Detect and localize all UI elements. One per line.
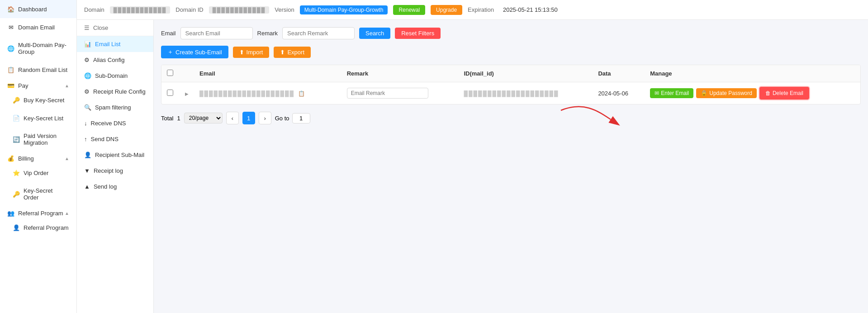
domain-id-label: Domain ID [175,6,203,13]
upload-icon: ⬆ [239,49,244,56]
submenu-item-receipt-rule[interactable]: ⚙ Receipt Rule Config [77,84,153,100]
sidebar-item-key-secret-order[interactable]: 🔑 Key-Secret Order [0,182,76,206]
sidebar-item-label: Billing [18,155,34,162]
submenu-item-label: Send DNS [91,136,119,142]
table-header-checkbox [161,65,180,82]
enter-email-button[interactable]: ✉ Enter Email [650,88,693,98]
version-badge: Multi-Domain Pay-Group-Growth [300,5,388,14]
email-filter-label: Email [161,30,176,37]
export-button[interactable]: ⬆ Export [274,47,311,58]
annotation-arrows [154,20,868,313]
upgrade-button[interactable]: Upgrade [431,5,462,15]
submenu-close[interactable]: ☰ Close [77,20,153,36]
goto-input[interactable] [292,113,310,123]
page-content: Email Remark Search Reset Filters ＋ Crea… [154,20,868,313]
sidebar-item-paid-migration[interactable]: 🔄 Paid Version Migration [0,127,76,152]
sidebar-item-label: Key-Secret List [24,115,63,122]
table-header-email: Email [194,65,342,82]
sidebar-item-label: Paid Version Migration [24,133,69,146]
renewal-button[interactable]: Renewal [393,5,425,15]
submenu-item-label: Sub-Domain [95,72,128,79]
submenu-item-recipient-sub-mail[interactable]: 👤 Recipient Sub-Mail [77,147,153,163]
submenu-item-alias-config[interactable]: ⚙ Alias Config [77,52,153,68]
remark-filter-label: Remark [257,30,278,37]
sidebar-item-label: Vip Order [24,170,48,176]
spam-filtering-icon: 🔍 [84,104,91,111]
alias-config-icon: ⚙ [84,57,90,63]
billing-icon: 💰 [7,155,14,162]
filter-bar: Email Remark Search Reset Filters [161,27,861,39]
email-search-input[interactable] [180,27,253,39]
remark-search-input[interactable] [282,27,355,39]
sidebar-item-dashboard[interactable]: 🏠 Dashboard [0,0,76,18]
page-1-button[interactable]: 1 [242,112,255,124]
search-button[interactable]: Search [359,28,390,39]
submenu-item-receipt-log[interactable]: ▼ Receipt log [77,163,153,179]
submenu-item-send-log[interactable]: ▲ Send log [77,179,153,194]
goto-label-container: Go to [275,113,310,123]
domain-id-value: ████████████ [209,6,270,14]
delete-email-button[interactable]: 🗑 Delete Email [759,87,809,100]
id-value: ████████████████████ [464,90,559,97]
submenu-item-label: Receipt Rule Config [93,88,146,95]
submenu-item-spam-filtering[interactable]: 🔍 Spam filtering [77,100,153,115]
version-label: Version [275,6,294,13]
row-email-cell: ████████████████████ 📋 [194,82,342,104]
row-expand-cell: ▶ [180,82,194,104]
reset-filters-button[interactable]: Reset Filters [395,28,441,39]
expiration-value: 2025-05-21 15:13:50 [499,5,561,14]
pay-chevron-icon: ▲ [65,83,69,88]
sidebar-item-domain-email[interactable]: ✉ Domain Email [0,18,76,36]
expiration-label: Expiration [468,6,494,13]
create-sub-email-button[interactable]: ＋ Create Sub-Email [161,46,228,58]
sidebar-item-label: Key-Secret Order [24,187,69,201]
submenu-item-email-list[interactable]: 📊 Email List [77,36,153,52]
sidebar-item-label: Referral Program [18,210,63,217]
key-secret-list-icon: 📄 [13,114,20,122]
billing-chevron-icon: ▲ [65,156,69,161]
sidebar-item-referral-program2[interactable]: 👤 Referral Program [0,218,76,237]
sidebar-item-multi-domain[interactable]: 🌐 Multi-Domain Pay-Group [0,36,76,61]
submenu-item-receive-dns[interactable]: ↓ Receive DNS [77,115,153,131]
sidebar-item-label: Dashboard [18,6,47,13]
sidebar-section-referral[interactable]: 👥 Referral Program ▲ [0,206,76,218]
sidebar-item-label: Pay [18,82,28,89]
receipt-log-icon: ▼ [84,167,90,174]
copy-icon[interactable]: 📋 [298,90,305,97]
sidebar-item-vip-order[interactable]: ⭐ Vip Order [0,164,76,182]
total-label: Total [161,115,173,122]
multi-domain-icon: 🌐 [7,45,14,52]
row-remark-cell [342,82,459,104]
table-header-data: Data [593,65,645,82]
dashboard-icon: 🏠 [7,5,14,13]
sidebar-section-pay[interactable]: 💳 Pay ▲ [0,79,76,91]
import-button[interactable]: ⬆ Import [233,47,270,58]
prev-page-button[interactable]: ‹ [226,112,239,124]
random-email-icon: 📋 [7,66,14,73]
submenu: ☰ Close 📊 Email List ⚙ Alias Config 🌐 Su… [77,20,154,313]
pay-icon: 💳 [7,82,14,89]
update-password-button[interactable]: 🔒 Update Password [696,88,757,98]
referral-icon: 👥 [7,210,14,217]
per-page-select[interactable]: 20/page 50/page 100/page [184,113,223,123]
submenu-item-sub-domain[interactable]: 🌐 Sub-Domain [77,68,153,84]
submenu-item-send-dns[interactable]: ↑ Send DNS [77,131,153,147]
sidebar-item-buy-key-secret[interactable]: 🔑 Buy Key-Secret [0,91,76,109]
sidebar-item-label: Buy Key-Secret [24,97,64,104]
select-all-checkbox[interactable] [167,70,173,76]
sub-domain-icon: 🌐 [84,72,91,79]
sidebar-item-random-email[interactable]: 📋 Random Email List [0,61,76,79]
paid-migration-icon: 🔄 [13,136,20,143]
vip-order-icon: ⭐ [13,169,20,176]
row-checkbox[interactable] [167,90,173,96]
enter-email-icon: ✉ [655,90,659,96]
sidebar-item-key-secret-list[interactable]: 📄 Key-Secret List [0,109,76,127]
row-checkbox-cell [161,82,180,104]
total-count: 1 [177,115,180,122]
next-page-button[interactable]: › [259,112,271,124]
lock-icon: 🔒 [701,90,707,96]
expand-icon[interactable]: ▶ [185,91,189,96]
remark-field[interactable] [347,88,428,99]
sidebar-section-billing[interactable]: 💰 Billing ▲ [0,152,76,164]
email-table: Email Remark ID(mail_id) Data Manage [161,65,861,104]
